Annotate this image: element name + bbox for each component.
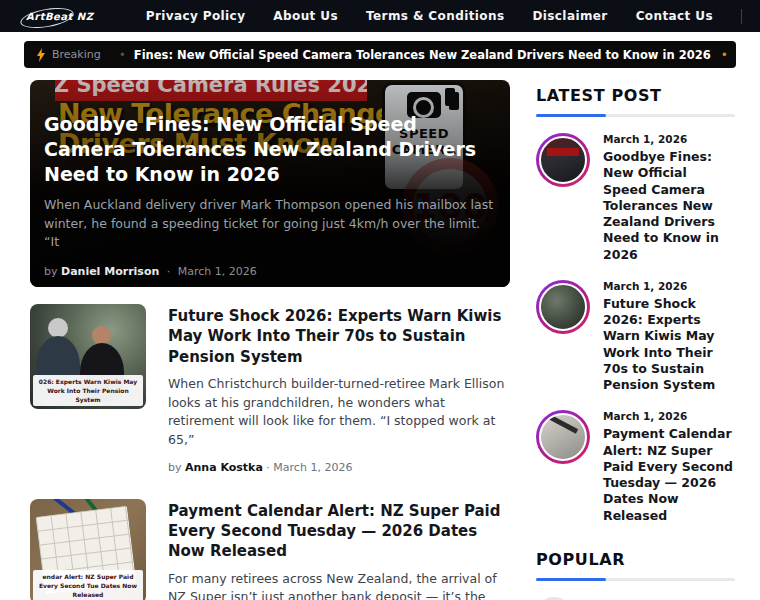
article-title[interactable]: Future Shock 2026: Experts Warn Kiwis Ma… xyxy=(168,306,510,367)
article-date: March 1, 2026 xyxy=(178,265,257,278)
nav-terms-conditions[interactable]: Terms & Conditions xyxy=(366,9,504,23)
latest-post-item[interactable]: March 1, 2026 Goodbye Fines: New Officia… xyxy=(536,133,735,263)
main-column: NZ Speed Camera Rules 2026 New Tolerance… xyxy=(30,80,510,600)
sidebar: LATEST POST March 1, 2026 Goodbye Fines:… xyxy=(536,80,735,600)
article-thumbnail[interactable]: 026: Experts Warn Kiwis May Work Into Th… xyxy=(30,304,146,409)
thumbnail-figure xyxy=(48,318,68,338)
article-excerpt: For many retirees across New Zealand, th… xyxy=(168,570,510,600)
ticker-headline[interactable]: Fines: New Official Speed Camera Toleran… xyxy=(134,48,711,62)
latest-post-date: March 1, 2026 xyxy=(603,133,735,145)
article-byline: by Anna Kostka · March 1, 2026 xyxy=(168,461,510,474)
ticker-separator: • xyxy=(721,48,728,62)
main-nav: Privacy Policy About Us Terms & Conditio… xyxy=(146,9,742,24)
latest-post-title[interactable]: Goodbye Fines: New Official Speed Camera… xyxy=(603,149,735,263)
author-link[interactable]: Daniel Morrison xyxy=(61,265,159,278)
article-date: March 1, 2026 xyxy=(273,461,352,474)
site-logo[interactable]: ArtBeat NZ xyxy=(18,6,102,27)
lightning-bolt-icon xyxy=(36,48,46,62)
featured-article-card[interactable]: NZ Speed Camera Rules 2026 New Tolerance… xyxy=(30,80,510,287)
latest-post-title[interactable]: Future Shock 2026: Experts Warn Kiwis Ma… xyxy=(603,296,735,394)
latest-post-thumbnail[interactable] xyxy=(536,280,590,334)
article-list-item[interactable]: endar Alert: NZ Super Paid Every Second … xyxy=(30,499,510,600)
popular-section: POPULAR #1 NZ Driving Licence Renewal Ru… xyxy=(536,550,735,600)
breaking-label: Breaking xyxy=(36,48,101,62)
featured-article-byline: by Daniel Morrison · March 1, 2026 xyxy=(44,265,496,278)
top-navbar: ArtBeat NZ Privacy Policy About Us Terms… xyxy=(0,0,760,32)
breaking-ticker: Breaking • Fines: New Official Speed Cam… xyxy=(24,41,736,68)
heading-rule xyxy=(536,114,735,117)
author-link[interactable]: Anna Kostka xyxy=(185,461,263,474)
latest-post-date: March 1, 2026 xyxy=(603,280,735,292)
latest-post-thumbnail[interactable] xyxy=(536,410,590,464)
latest-post-item[interactable]: March 1, 2026 Future Shock 2026: Experts… xyxy=(536,280,735,394)
article-excerpt: When Christchurch builder-turned-retiree… xyxy=(168,375,510,450)
thumbnail-caption: 026: Experts Warn Kiwis May Work Into Th… xyxy=(33,375,143,406)
latest-post-thumbnail[interactable] xyxy=(536,133,590,187)
nav-divider xyxy=(741,9,742,24)
popular-heading: POPULAR xyxy=(536,550,735,569)
article-body: Payment Calendar Alert: NZ Super Paid Ev… xyxy=(168,499,510,600)
thumbnail-caption: endar Alert: NZ Super Paid Every Second … xyxy=(33,570,143,600)
hero-content: Goodbye Fines: New Official Speed Camera… xyxy=(44,112,496,278)
latest-post-date: March 1, 2026 xyxy=(603,410,735,422)
latest-post-title[interactable]: Payment Calendar Alert: NZ Super Paid Ev… xyxy=(603,426,735,524)
article-list-item[interactable]: 026: Experts Warn Kiwis May Work Into Th… xyxy=(30,304,510,474)
latest-post-item[interactable]: March 1, 2026 Payment Calendar Alert: NZ… xyxy=(536,410,735,524)
featured-article-excerpt: When Auckland delivery driver Mark Thomp… xyxy=(44,196,496,252)
nav-about-us[interactable]: About Us xyxy=(273,9,338,23)
breaking-bar-wrap: Breaking • Fines: New Official Speed Cam… xyxy=(0,32,760,68)
ticker-separator: • xyxy=(119,48,126,62)
nav-privacy-policy[interactable]: Privacy Policy xyxy=(146,9,246,23)
nav-disclaimer[interactable]: Disclaimer xyxy=(532,9,607,23)
latest-post-heading: LATEST POST xyxy=(536,86,735,105)
nav-contact-us[interactable]: Contact Us xyxy=(636,9,713,23)
article-title[interactable]: Payment Calendar Alert: NZ Super Paid Ev… xyxy=(168,501,510,562)
content-area: NZ Speed Camera Rules 2026 New Tolerance… xyxy=(0,68,760,600)
heading-rule xyxy=(536,578,735,581)
featured-article-title[interactable]: Goodbye Fines: New Official Speed Camera… xyxy=(44,112,494,187)
article-body: Future Shock 2026: Experts Warn Kiwis Ma… xyxy=(168,304,510,474)
article-thumbnail[interactable]: endar Alert: NZ Super Paid Every Second … xyxy=(30,499,146,600)
